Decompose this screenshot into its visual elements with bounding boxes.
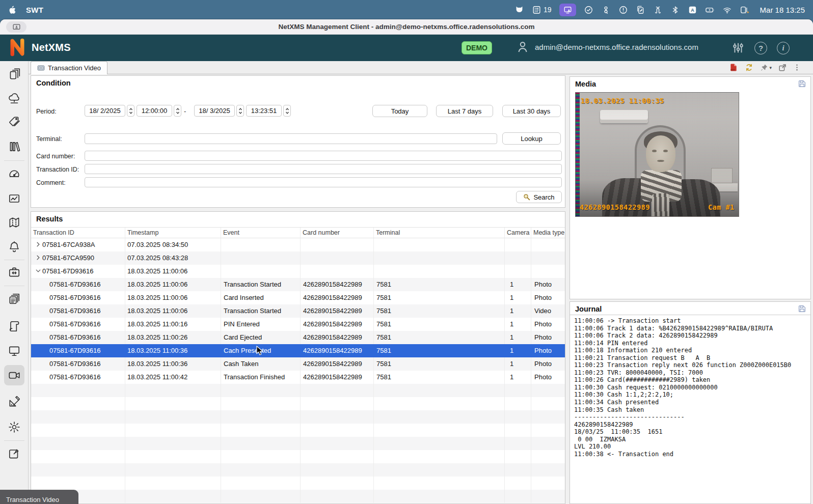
sidebar-pinboard-icon[interactable] (4, 443, 24, 464)
cell-event: Card Inserted (221, 291, 301, 304)
check-circle-icon[interactable] (584, 5, 593, 15)
chevron-down-icon[interactable] (35, 265, 42, 278)
help-icon[interactable]: ? (754, 42, 767, 54)
sidebar-alarms-icon[interactable] (4, 237, 24, 257)
sidebar-dashboard-icon[interactable] (4, 164, 24, 184)
transaction-id-input[interactable] (85, 164, 562, 174)
sidebar-library-icon[interactable] (4, 136, 24, 157)
comment-input[interactable] (85, 177, 562, 187)
sidebar-tools-icon[interactable] (4, 391, 24, 412)
user-switch-icon[interactable] (740, 5, 749, 15)
input-source-icon[interactable]: A (688, 5, 697, 15)
date-to-field[interactable]: 18/ 3/2025 (194, 105, 244, 117)
column-header-timestamp[interactable]: Timestamp (125, 228, 221, 238)
table-row[interactable]: 07581-67CA959007.03.2025 08:43:28 (31, 251, 565, 265)
airpods-icon[interactable] (653, 5, 663, 15)
table-row[interactable]: 07581-67D9361618.03.2025 11:00:36Cash Ta… (31, 357, 565, 371)
cell-camera (505, 265, 531, 278)
date-to-stepper[interactable] (236, 105, 244, 117)
notes-icon[interactable]: 19 (532, 5, 552, 15)
clipboard-icon[interactable] (636, 5, 645, 15)
last-30-days-button[interactable]: Last 30 days (502, 105, 561, 117)
column-header-media-type[interactable]: Media type (531, 228, 565, 238)
cell-camera: 1 (505, 371, 531, 384)
alert-circle-icon[interactable] (618, 5, 628, 15)
pin-view-icon[interactable]: ▾ (760, 64, 772, 72)
cell-camera: 1 (505, 357, 531, 371)
user-info[interactable]: admin@demo-netxms.office.radensolutions.… (516, 40, 698, 54)
date-from-stepper[interactable] (127, 105, 134, 117)
cell-card-number (301, 424, 374, 437)
bluetooth-icon[interactable] (670, 5, 680, 15)
cell-timestamp: 07.03.2025 08:34:50 (125, 238, 221, 251)
sidebar-monitor-icon[interactable] (4, 341, 24, 361)
column-header-card-number[interactable]: Card number (301, 228, 374, 238)
table-row[interactable]: 07581-67D9361618.03.2025 11:00:42Transac… (31, 371, 565, 384)
apple-menu-icon[interactable] (8, 5, 16, 14)
window-titlebar[interactable]: NetXMS Management Client - admin@demo-ne… (0, 19, 813, 35)
journal-log[interactable]: 11:00:06 -> Transaction start11:00:06 Tr… (570, 315, 810, 503)
date-from-field[interactable]: 18/ 2/2025 (85, 105, 134, 117)
sidebar-scripts-icon[interactable] (4, 316, 24, 337)
sidebar-devices-icon[interactable] (4, 64, 24, 84)
sidebar-graphs-icon[interactable] (4, 188, 24, 209)
table-row[interactable]: 07581-67D9361618.03.2025 11:00:16PIN Ent… (31, 318, 565, 331)
table-row[interactable]: 07581-67D9361618.03.2025 11:00:26Card Ej… (31, 331, 565, 344)
lookup-button[interactable]: Lookup (502, 132, 561, 145)
battery-icon[interactable] (705, 5, 715, 15)
sidebar-maps-icon[interactable] (4, 212, 24, 233)
table-row[interactable]: 07581-67D9361618.03.2025 11:00:06 (31, 265, 565, 278)
last-7-days-button[interactable]: Last 7 days (436, 105, 493, 117)
info-icon[interactable]: i (777, 42, 790, 54)
column-header-transaction-id[interactable]: Transaction ID (31, 228, 125, 238)
tab-transaction-video[interactable]: Transaction Video (31, 61, 107, 74)
sidebar-documents-icon[interactable] (4, 289, 24, 309)
time-from-field[interactable]: 12:00:00 (137, 105, 181, 117)
time-from-stepper[interactable] (174, 105, 181, 117)
journal-line: 11:00:23 TVR: 8000040000, TSI: 7000 (574, 369, 810, 377)
today-button[interactable]: Today (372, 105, 427, 117)
sidebar-cloud-icon[interactable] (4, 88, 24, 108)
export-pdf-icon[interactable] (729, 63, 738, 72)
table-row[interactable]: 07581-67CA938A07.03.2025 08:34:50 (31, 238, 565, 251)
view-menu-icon[interactable] (793, 64, 801, 71)
terminal-input[interactable] (85, 133, 497, 144)
save-media-icon[interactable] (798, 79, 806, 90)
keychain-icon[interactable] (601, 5, 611, 15)
cell-terminal (374, 265, 505, 278)
search-button-label: Search (533, 193, 554, 201)
journal-line: 11:00:21 Transaction request B A B (574, 354, 810, 362)
open-external-icon[interactable] (778, 64, 787, 72)
sidebar-video-camera-icon[interactable] (4, 365, 24, 385)
column-header-event[interactable]: Event (221, 228, 301, 238)
time-to-stepper[interactable] (283, 105, 291, 117)
table-row[interactable]: 07581-67D9361618.03.2025 11:00:06Transac… (31, 278, 565, 291)
search-button[interactable]: Search (516, 191, 562, 203)
column-header-camera[interactable]: Camera (505, 228, 531, 238)
active-app-name[interactable]: SWT (26, 6, 43, 14)
cell-card-number: 4262890158422989 (301, 304, 374, 318)
chevron-right-icon[interactable] (35, 239, 42, 251)
pin-caret-icon[interactable]: ▾ (769, 65, 772, 70)
table-row[interactable]: 07581-67D9361618.03.2025 11:00:06Transac… (31, 304, 565, 318)
sidebar-settings-icon[interactable] (4, 417, 24, 437)
card-number-input[interactable] (85, 151, 562, 161)
chevron-right-icon[interactable] (35, 252, 42, 265)
preferences-sliders-icon[interactable] (731, 41, 745, 54)
refresh-icon[interactable] (745, 63, 753, 72)
sidebar-business-icon[interactable] (4, 262, 24, 282)
cat-icon[interactable] (514, 5, 524, 15)
save-journal-icon[interactable] (798, 304, 806, 315)
cell-camera (505, 397, 531, 410)
table-row[interactable]: 07581-67D9361618.03.2025 11:00:36Cach Pr… (31, 344, 565, 357)
screen-sharing-icon[interactable] (559, 4, 576, 16)
cell-card-number (301, 251, 374, 265)
cell-event (221, 437, 301, 450)
results-table-header[interactable]: Transaction IDTimestampEventCard numberT… (31, 227, 565, 238)
wifi-icon[interactable] (722, 5, 732, 15)
menubar-clock[interactable]: Mar 18 13:25 (760, 6, 805, 14)
column-header-terminal[interactable]: Terminal (374, 228, 505, 238)
table-row[interactable]: 07581-67D9361618.03.2025 11:00:06Card In… (31, 291, 565, 304)
sidebar-tags-icon[interactable] (4, 112, 24, 132)
time-to-field[interactable]: 13:23:51 (246, 105, 291, 117)
